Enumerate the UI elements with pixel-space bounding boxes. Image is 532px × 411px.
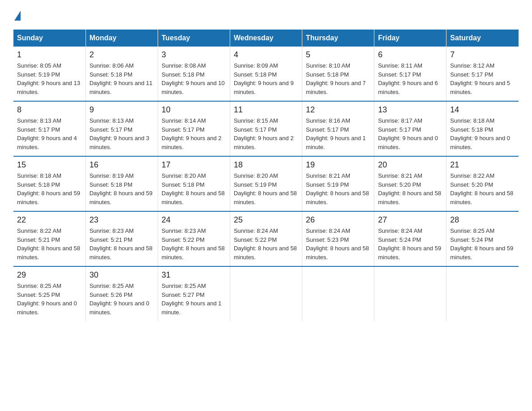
day-number: 16 xyxy=(90,160,154,170)
calendar-day-cell: 22 Sunrise: 8:22 AMSunset: 5:21 PMDaylig… xyxy=(13,211,86,266)
day-number: 24 xyxy=(162,215,226,225)
calendar-week-row: 22 Sunrise: 8:22 AMSunset: 5:21 PMDaylig… xyxy=(13,211,519,266)
calendar-week-row: 29 Sunrise: 8:25 AMSunset: 5:25 PMDaylig… xyxy=(13,266,519,321)
day-number: 5 xyxy=(306,50,370,60)
calendar-week-row: 15 Sunrise: 8:18 AMSunset: 5:18 PMDaylig… xyxy=(13,156,519,211)
day-info: Sunrise: 8:22 AMSunset: 5:21 PMDaylight:… xyxy=(17,227,82,261)
day-info: Sunrise: 8:11 AMSunset: 5:17 PMDaylight:… xyxy=(378,61,442,96)
day-info: Sunrise: 8:05 AMSunset: 5:19 PMDaylight:… xyxy=(17,61,82,96)
day-info: Sunrise: 8:22 AMSunset: 5:20 PMDaylight:… xyxy=(450,171,515,206)
day-info: Sunrise: 8:23 AMSunset: 5:22 PMDaylight:… xyxy=(162,227,226,261)
day-info: Sunrise: 8:24 AMSunset: 5:23 PMDaylight:… xyxy=(306,227,370,261)
calendar-day-cell: 27 Sunrise: 8:24 AMSunset: 5:24 PMDaylig… xyxy=(374,211,446,266)
day-info: Sunrise: 8:12 AMSunset: 5:17 PMDaylight:… xyxy=(450,61,515,96)
day-number: 15 xyxy=(17,160,82,170)
day-number: 21 xyxy=(450,160,515,170)
logo-triangle-icon xyxy=(14,11,21,21)
day-number: 31 xyxy=(162,270,226,280)
day-number: 28 xyxy=(450,215,515,225)
calendar-day-cell xyxy=(374,266,446,321)
calendar-day-cell: 5 Sunrise: 8:10 AMSunset: 5:18 PMDayligh… xyxy=(302,47,374,101)
day-info: Sunrise: 8:21 AMSunset: 5:19 PMDaylight:… xyxy=(306,171,370,206)
calendar-day-cell: 17 Sunrise: 8:20 AMSunset: 5:18 PMDaylig… xyxy=(158,156,230,211)
calendar-day-cell: 16 Sunrise: 8:19 AMSunset: 5:18 PMDaylig… xyxy=(86,156,158,211)
calendar-day-cell: 13 Sunrise: 8:17 AMSunset: 5:17 PMDaylig… xyxy=(374,101,446,156)
day-number: 6 xyxy=(378,50,442,60)
day-info: Sunrise: 8:13 AMSunset: 5:17 PMDaylight:… xyxy=(17,116,82,151)
calendar-day-cell: 7 Sunrise: 8:12 AMSunset: 5:17 PMDayligh… xyxy=(446,47,519,101)
day-number: 8 xyxy=(17,105,82,115)
day-info: Sunrise: 8:15 AMSunset: 5:17 PMDaylight:… xyxy=(234,116,298,151)
day-info: Sunrise: 8:18 AMSunset: 5:18 PMDaylight:… xyxy=(17,171,82,206)
day-number: 10 xyxy=(162,105,226,115)
calendar-day-cell: 9 Sunrise: 8:13 AMSunset: 5:17 PMDayligh… xyxy=(86,101,158,156)
weekday-header-tuesday: Tuesday xyxy=(158,30,230,47)
calendar-day-cell: 29 Sunrise: 8:25 AMSunset: 5:25 PMDaylig… xyxy=(13,266,86,321)
day-number: 14 xyxy=(450,105,515,115)
calendar-day-cell: 23 Sunrise: 8:23 AMSunset: 5:21 PMDaylig… xyxy=(86,211,158,266)
day-number: 17 xyxy=(162,160,226,170)
calendar-table: SundayMondayTuesdayWednesdayThursdayFrid… xyxy=(13,30,519,321)
day-number: 13 xyxy=(378,105,442,115)
calendar-day-cell: 11 Sunrise: 8:15 AMSunset: 5:17 PMDaylig… xyxy=(230,101,302,156)
day-number: 3 xyxy=(162,50,226,60)
calendar-day-cell: 12 Sunrise: 8:16 AMSunset: 5:17 PMDaylig… xyxy=(302,101,374,156)
day-number: 12 xyxy=(306,105,370,115)
weekday-header-row: SundayMondayTuesdayWednesdayThursdayFrid… xyxy=(13,30,519,47)
day-number: 1 xyxy=(17,50,82,60)
day-info: Sunrise: 8:25 AMSunset: 5:25 PMDaylight:… xyxy=(17,282,82,317)
day-info: Sunrise: 8:24 AMSunset: 5:24 PMDaylight:… xyxy=(378,227,442,261)
day-number: 30 xyxy=(90,270,154,280)
weekday-header-wednesday: Wednesday xyxy=(230,30,302,47)
calendar-day-cell: 3 Sunrise: 8:08 AMSunset: 5:18 PMDayligh… xyxy=(158,47,230,101)
calendar-day-cell: 25 Sunrise: 8:24 AMSunset: 5:22 PMDaylig… xyxy=(230,211,302,266)
day-info: Sunrise: 8:20 AMSunset: 5:19 PMDaylight:… xyxy=(234,171,298,206)
calendar-day-cell xyxy=(302,266,374,321)
calendar-day-cell xyxy=(446,266,519,321)
day-number: 22 xyxy=(17,215,82,225)
page-header xyxy=(13,9,519,21)
day-info: Sunrise: 8:18 AMSunset: 5:18 PMDaylight:… xyxy=(450,116,515,151)
day-info: Sunrise: 8:10 AMSunset: 5:18 PMDaylight:… xyxy=(306,61,370,96)
day-number: 2 xyxy=(90,50,154,60)
day-info: Sunrise: 8:25 AMSunset: 5:26 PMDaylight:… xyxy=(90,282,154,317)
day-number: 25 xyxy=(234,215,298,225)
calendar-week-row: 1 Sunrise: 8:05 AMSunset: 5:19 PMDayligh… xyxy=(13,47,519,101)
day-info: Sunrise: 8:14 AMSunset: 5:17 PMDaylight:… xyxy=(162,116,226,151)
day-info: Sunrise: 8:06 AMSunset: 5:18 PMDaylight:… xyxy=(90,61,154,96)
day-info: Sunrise: 8:24 AMSunset: 5:22 PMDaylight:… xyxy=(234,227,298,261)
day-number: 11 xyxy=(234,105,298,115)
day-number: 27 xyxy=(378,215,442,225)
calendar-day-cell xyxy=(230,266,302,321)
calendar-day-cell: 10 Sunrise: 8:14 AMSunset: 5:17 PMDaylig… xyxy=(158,101,230,156)
day-info: Sunrise: 8:25 AMSunset: 5:27 PMDaylight:… xyxy=(162,282,226,317)
day-info: Sunrise: 8:13 AMSunset: 5:17 PMDaylight:… xyxy=(90,116,154,151)
calendar-day-cell: 1 Sunrise: 8:05 AMSunset: 5:19 PMDayligh… xyxy=(13,47,86,101)
day-number: 4 xyxy=(234,50,298,60)
calendar-day-cell: 8 Sunrise: 8:13 AMSunset: 5:17 PMDayligh… xyxy=(13,101,86,156)
calendar-day-cell: 20 Sunrise: 8:21 AMSunset: 5:20 PMDaylig… xyxy=(374,156,446,211)
day-info: Sunrise: 8:16 AMSunset: 5:17 PMDaylight:… xyxy=(306,116,370,151)
calendar-day-cell: 28 Sunrise: 8:25 AMSunset: 5:24 PMDaylig… xyxy=(446,211,519,266)
calendar-day-cell: 21 Sunrise: 8:22 AMSunset: 5:20 PMDaylig… xyxy=(446,156,519,211)
weekday-header-sunday: Sunday xyxy=(13,30,86,47)
day-number: 20 xyxy=(378,160,442,170)
day-info: Sunrise: 8:17 AMSunset: 5:17 PMDaylight:… xyxy=(378,116,442,151)
calendar-day-cell: 14 Sunrise: 8:18 AMSunset: 5:18 PMDaylig… xyxy=(446,101,519,156)
calendar-day-cell: 15 Sunrise: 8:18 AMSunset: 5:18 PMDaylig… xyxy=(13,156,86,211)
day-number: 9 xyxy=(90,105,154,115)
day-info: Sunrise: 8:25 AMSunset: 5:24 PMDaylight:… xyxy=(450,227,515,261)
day-info: Sunrise: 8:21 AMSunset: 5:20 PMDaylight:… xyxy=(378,171,442,206)
day-number: 26 xyxy=(306,215,370,225)
calendar-day-cell: 6 Sunrise: 8:11 AMSunset: 5:17 PMDayligh… xyxy=(374,47,446,101)
weekday-header-thursday: Thursday xyxy=(302,30,374,47)
logo xyxy=(13,9,21,21)
day-number: 19 xyxy=(306,160,370,170)
calendar-day-cell: 18 Sunrise: 8:20 AMSunset: 5:19 PMDaylig… xyxy=(230,156,302,211)
day-number: 18 xyxy=(234,160,298,170)
day-info: Sunrise: 8:08 AMSunset: 5:18 PMDaylight:… xyxy=(162,61,226,96)
weekday-header-friday: Friday xyxy=(374,30,446,47)
calendar-day-cell: 31 Sunrise: 8:25 AMSunset: 5:27 PMDaylig… xyxy=(158,266,230,321)
day-info: Sunrise: 8:09 AMSunset: 5:18 PMDaylight:… xyxy=(234,61,298,96)
weekday-header-monday: Monday xyxy=(86,30,158,47)
